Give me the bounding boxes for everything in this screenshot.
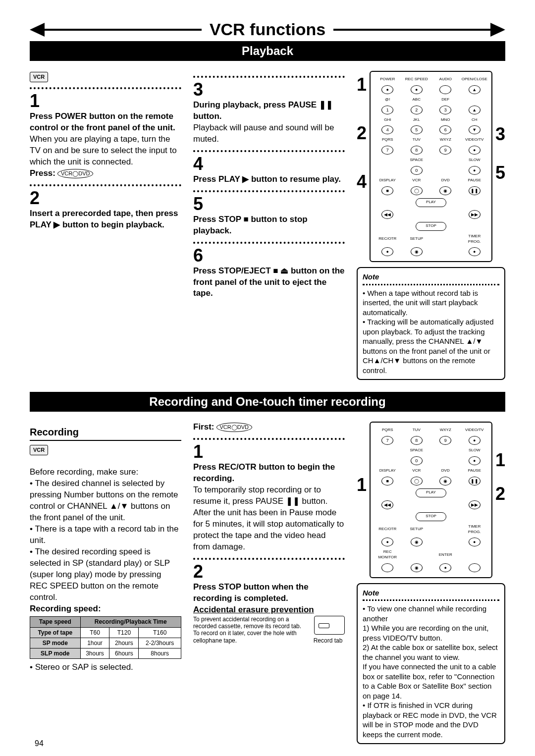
remote-button: ●: [469, 146, 481, 155]
remote-label: REC/OTR: [374, 527, 400, 532]
remote-label: TUV: [404, 428, 429, 433]
table-cell: T120: [109, 627, 139, 638]
table-header: Tape speed: [30, 617, 81, 627]
playback-col-2: 3 During playback, press PAUSE ❚❚ button…: [193, 71, 345, 380]
press-row: Press: VCR◯DVD: [30, 168, 181, 179]
remote-label: VIDEO/TV: [461, 428, 487, 433]
remote-button: 4: [381, 125, 393, 134]
step-2-heading: Insert a prerecorded tape, then press PL…: [30, 208, 181, 231]
section-bar-recording: Recording and One-touch timer recording: [30, 392, 505, 412]
dotted-divider: [193, 438, 345, 440]
recording-col-1: Recording VCR Before recording, make sur…: [30, 422, 181, 744]
table-cell: 1hour: [80, 638, 109, 648]
table-cell: SLP mode: [30, 648, 81, 659]
remote-label: VCR: [404, 178, 429, 183]
note-bullet: To view one channel while recording anot…: [363, 604, 486, 623]
step-6-heading: Press STOP/EJECT ■ ⏏ button on the front…: [193, 266, 345, 300]
dotted-divider: [193, 558, 345, 560]
dotted-divider: [193, 242, 345, 244]
remote-label: SLOW: [461, 158, 487, 163]
remote-label: REC MONITOR: [374, 549, 400, 560]
recording-prereq: The desired recording speed is selected …: [30, 547, 170, 602]
remote-button: ●: [381, 247, 393, 256]
remote-button: ●: [469, 456, 481, 465]
step-5-heading: Press STOP ■ button to stop playback.: [193, 214, 345, 237]
remote-button: 8: [411, 436, 423, 445]
table-cell: 8hours: [139, 648, 181, 659]
remote-button: 8: [411, 146, 423, 155]
recording-col-3: 1 PQRSTUVWXYZVIDEO/TV 789● SPACESLOW 0● …: [357, 422, 505, 744]
playback-col-1: VCR 1 Press POWER button on the remote c…: [30, 71, 181, 380]
table-cell: T60: [80, 627, 109, 638]
remote-stop-button: STOP: [416, 222, 446, 231]
dotted-divider: [30, 87, 181, 89]
remote-button: ▼: [469, 125, 481, 134]
remote-label: GHI: [374, 117, 400, 123]
vcr-badge-icon: VCR: [30, 72, 48, 82]
remote-label: ABC: [404, 97, 429, 103]
callout-2r: 2: [495, 485, 505, 503]
note-bullet: Tracking will be automatically adjusted …: [363, 318, 494, 375]
page-title: VCR functions: [202, 20, 333, 39]
remote-label: SETUP: [404, 236, 429, 242]
page-number: 94: [35, 739, 44, 748]
remote-label: REC/OTR: [374, 236, 400, 242]
remote-label: TUV: [404, 137, 429, 143]
remote-stop-button: STOP: [416, 512, 446, 521]
dotted-divider: [193, 150, 345, 152]
table-cell: 2-2/3hours: [139, 638, 181, 648]
accidental-erasure-heading: Accidental erasure prevention: [193, 604, 345, 616]
remote-button: ❚❚: [469, 477, 481, 486]
remote-label: DVD: [432, 468, 458, 474]
arrow-right-icon: [490, 23, 505, 37]
remote-button: ◀◀: [381, 210, 393, 219]
note-box-recording: Note • To view one channel while recordi…: [357, 583, 505, 745]
first-label: First:: [193, 422, 214, 433]
remote-label: CH: [461, 117, 487, 123]
remote-label: PAUSE: [461, 468, 487, 474]
record-tab-icon: [314, 616, 345, 635]
title-band: VCR functions: [30, 20, 505, 39]
remote-button: ◉: [411, 538, 423, 546]
step-number: 5: [193, 195, 345, 213]
rec-step-2-heading: Press STOP button when the recording is …: [193, 582, 345, 604]
rec-step-1-body: To temporarily stop recording or to resu…: [193, 485, 345, 553]
note-body: If you have connected the unit to a cabl…: [363, 662, 496, 700]
vcr-dvd-switch-icon: VCR◯DVD: [216, 423, 252, 432]
remote-label: WXYZ: [432, 428, 458, 433]
remote-button: ●: [381, 85, 393, 94]
step-number: 2: [30, 189, 181, 207]
remote-button: 0: [411, 456, 423, 465]
remote-label: OPEN/CLOSE: [461, 77, 487, 82]
callout-5: 5: [495, 164, 505, 182]
rule: [30, 440, 181, 441]
remote-label: VCR: [404, 468, 429, 474]
remote-label: SLOW: [461, 448, 487, 453]
recording-prereq: The desired channel is selected by press…: [30, 479, 178, 522]
remote-button: 7: [381, 436, 393, 445]
remote-button: ●: [411, 85, 423, 94]
remote-button: ◯: [411, 477, 423, 486]
remote-label: VIDEO/TV: [461, 137, 487, 143]
remote-button: 1: [381, 106, 393, 114]
callout-1: 1: [357, 476, 367, 494]
remote-button: [439, 85, 451, 94]
recording-prereq: Stereo or SAP is selected.: [35, 662, 133, 672]
remote-button: ●: [381, 538, 393, 546]
step-number: 1: [30, 92, 181, 110]
step-number: 1: [193, 443, 345, 461]
remote-button: ●: [469, 538, 481, 546]
remote-label: REC SPEED: [404, 77, 429, 82]
recording-speed-heading: Recording speed:: [30, 603, 181, 615]
rule: [333, 29, 490, 31]
remote-label: PQRS: [374, 137, 400, 143]
remote-label: WXYZ: [432, 137, 458, 143]
remote-label: DEF: [432, 97, 458, 103]
callout-3: 3: [495, 125, 505, 143]
section-bar-playback: Playback: [30, 41, 505, 61]
dotted-divider: [363, 284, 499, 285]
note-bullet: When a tape without record tab is insert…: [363, 289, 478, 317]
dotted-divider: [30, 184, 181, 186]
step-1-body: When you are playing a tape, turn the TV…: [30, 134, 181, 168]
remote-button: [381, 563, 393, 572]
